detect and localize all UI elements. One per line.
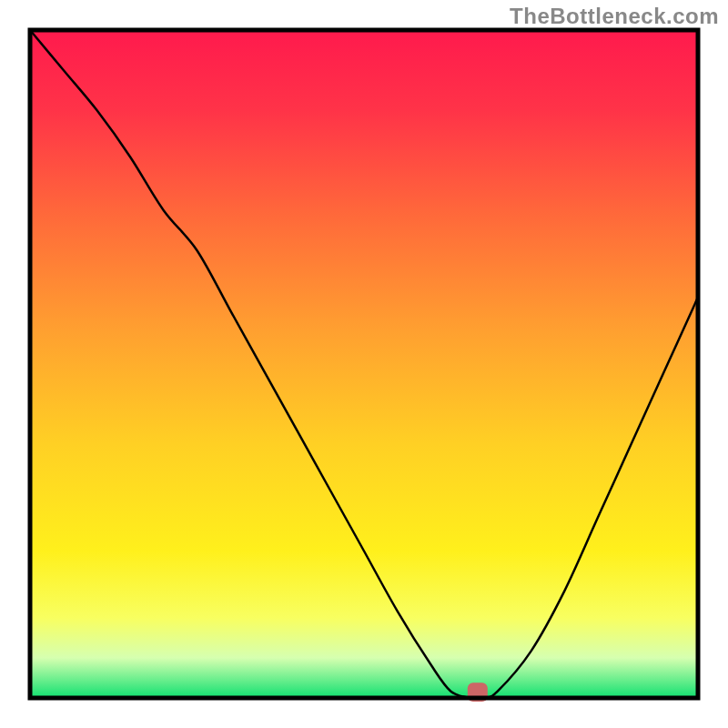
chart-container: TheBottleneck.com [0, 0, 728, 728]
plot-background [30, 30, 698, 698]
bottleneck-chart [0, 0, 728, 728]
watermark-text: TheBottleneck.com [510, 4, 719, 29]
